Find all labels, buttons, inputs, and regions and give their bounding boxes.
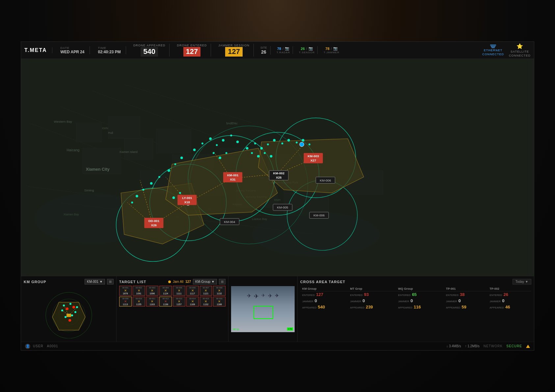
target-item[interactable]: 00-008 ✕ 1132 bbox=[213, 286, 225, 296]
col-mt-group: MT Grop bbox=[348, 286, 396, 291]
svg-rect-8 bbox=[108, 116, 140, 139]
target-item[interactable]: 00-003 ✕ 1096 bbox=[146, 286, 159, 296]
cross-area-table: KM Group MT Grop WQ Group TP-001 TP-002 … bbox=[300, 286, 531, 310]
target-item[interactable]: 00-009 ✕ 1113 bbox=[119, 297, 132, 306]
svg-point-71 bbox=[150, 182, 153, 185]
svg-point-60 bbox=[216, 144, 218, 146]
svg-point-131 bbox=[66, 307, 68, 310]
site-value: 26 bbox=[261, 49, 266, 55]
svg-point-73 bbox=[136, 195, 138, 197]
site-label: SITE bbox=[260, 46, 267, 49]
time-value: 02:40:23 PM bbox=[98, 50, 121, 54]
ethernet-label: ETHERNET bbox=[484, 49, 503, 52]
target-item[interactable]: 00-007 ✕ 1121 bbox=[200, 286, 212, 296]
svg-text:X26: X26 bbox=[151, 223, 157, 227]
svg-text:Liaotuo Bay: Liaotuo Bay bbox=[252, 217, 267, 221]
target-item[interactable]: 00-011 ✕ 1163 bbox=[146, 297, 159, 306]
target-item[interactable]: 00-002 ✕ 1091 bbox=[133, 286, 145, 296]
today-dropdown[interactable]: Today ▼ bbox=[513, 279, 531, 284]
col-km-group: KM Group bbox=[300, 286, 348, 291]
bottom-panels: KM GROUP KM-001 ▼ ⊞ bbox=[21, 276, 534, 342]
svg-text:KM-003: KM-003 bbox=[307, 154, 319, 158]
target-item[interactable]: 00-015 ✕ 1132 bbox=[200, 297, 212, 306]
svg-text:DD-001: DD-001 bbox=[148, 219, 160, 223]
tp1-appeared: 59 bbox=[462, 305, 466, 309]
svg-point-64 bbox=[213, 152, 215, 154]
jammer-session-stat: JAMMER SESSION 127 bbox=[214, 44, 254, 56]
svg-point-84 bbox=[308, 143, 310, 145]
video-label: X78 bbox=[287, 328, 293, 331]
svg-text:KM-002: KM-002 bbox=[273, 171, 284, 175]
svg-point-63 bbox=[236, 140, 239, 143]
km-group-expand-btn[interactable]: ⊞ bbox=[107, 279, 114, 284]
svg-text:Haicang: Haicang bbox=[66, 148, 79, 152]
wq-jammer: 0 bbox=[410, 298, 413, 303]
km-group-filter-dropdown[interactable]: KM-Group ▼ bbox=[193, 279, 217, 284]
target-item[interactable]: 00-012 ✕ 1138 bbox=[159, 297, 172, 306]
svg-text:Huli: Huli bbox=[108, 131, 113, 135]
site-section: SITE 26 bbox=[257, 46, 271, 55]
time-section: TIME 02:40:23 PM bbox=[93, 46, 126, 54]
tp1-entered: 38 bbox=[460, 292, 464, 297]
target-item[interactable]: 00-014 ✕ 1169 bbox=[186, 297, 199, 306]
svg-point-78 bbox=[267, 143, 269, 145]
svg-text:KNH: KNH bbox=[274, 198, 280, 202]
svg-point-80 bbox=[281, 142, 283, 144]
svg-text:Western Bay: Western Bay bbox=[54, 120, 72, 123]
svg-point-67 bbox=[180, 157, 183, 159]
date-time-section: DATE WED APR 24 bbox=[56, 46, 90, 54]
video-display: ✈ ✈ ✈ ✈ ✈ X78 NF/16 bbox=[231, 286, 295, 332]
drone-appeared-label: DRONE APPEARED bbox=[133, 44, 166, 47]
tp2-appeared: 46 bbox=[505, 305, 510, 309]
col-tp001: TP-001 bbox=[444, 286, 488, 291]
target-item[interactable]: 00-006 ✕ 1117 bbox=[186, 286, 199, 296]
target-list-panel: TARGET LIST Jam All 127 KM-Group ▼ ⊞ 00-… bbox=[117, 276, 228, 342]
jammer-session-value: 127 bbox=[225, 47, 243, 56]
wq-entered: 65 bbox=[412, 292, 416, 297]
km-group-dropdown[interactable]: KM-001 ▼ bbox=[85, 279, 105, 284]
video-drones: ✈ ✈ ✈ ✈ ✈ bbox=[231, 293, 295, 300]
wq-appeared: 116 bbox=[414, 305, 421, 309]
satellite-item: ⭐ SATELLITE CONNECTED bbox=[509, 43, 531, 57]
target-item[interactable]: 00-004 ✕ 1124 bbox=[159, 286, 172, 296]
svg-text:KM-005: KM-005 bbox=[277, 206, 288, 209]
time-label: TIME bbox=[98, 46, 121, 50]
ethernet-status: CONNECTED bbox=[482, 53, 504, 56]
km-appeared: 540 bbox=[318, 305, 325, 309]
svg-text:KM-001: KM-001 bbox=[227, 173, 239, 177]
target-item[interactable]: 00-005 ✕ 1111 bbox=[173, 286, 185, 296]
target-grid: 00-001 ✕ 1878 00-002 ✕ 1091 00-003 ✕ 109… bbox=[119, 286, 225, 306]
target-item[interactable]: 00-016 ✕ 1188 bbox=[213, 297, 225, 306]
svg-point-87 bbox=[264, 152, 266, 154]
km-group-display bbox=[24, 286, 114, 339]
satellite-status: CONNECTED bbox=[509, 54, 531, 57]
svg-point-72 bbox=[142, 189, 144, 191]
target-item[interactable]: 00-001 ✕ 1878 bbox=[119, 286, 132, 296]
download-stat: ↓ 3.4MB/s bbox=[446, 344, 461, 348]
cross-area-header: CROSS AREA TARGET Today ▼ bbox=[300, 279, 531, 284]
map-area[interactable]: Haicang Xiamen City Western Bay Huli Xia… bbox=[21, 59, 534, 276]
svg-point-128 bbox=[74, 311, 76, 313]
svg-point-69 bbox=[168, 169, 170, 172]
warning-triangle-icon bbox=[526, 345, 530, 348]
svg-text:X18: X18 bbox=[184, 200, 190, 204]
ethernet-item: ETHERNET CONNECTED bbox=[482, 45, 504, 56]
svg-text:Xiamen Island: Xiamen Island bbox=[119, 150, 138, 154]
svg-point-22 bbox=[252, 212, 380, 257]
km-group-header: KM GROUP KM-001 ▼ ⊞ bbox=[24, 279, 114, 284]
user-icon: 👤 bbox=[25, 344, 30, 349]
target-item[interactable]: 00-010 ✕ 1155 bbox=[133, 297, 145, 306]
map-svg: Haicang Xiamen City Western Bay Huli Xia… bbox=[21, 59, 534, 276]
svg-text:X31: X31 bbox=[230, 178, 236, 181]
target-list-title: TARGET LIST bbox=[119, 280, 146, 284]
target-list-expand-btn[interactable]: ⊞ bbox=[219, 279, 225, 284]
svg-point-57 bbox=[193, 149, 196, 151]
svg-point-129 bbox=[65, 316, 66, 318]
svg-point-86 bbox=[257, 155, 260, 158]
footer: 👤 USER A0001 ↓ 3.4MB/s ↑ 1.2MB/s NETWORK… bbox=[21, 342, 534, 350]
svg-point-61 bbox=[222, 139, 225, 142]
target-item[interactable]: 00-013 ✕ 1157 bbox=[173, 297, 185, 306]
cross-area-title: CROSS AREA TARGET bbox=[300, 280, 345, 284]
drone-entered-value: 127 bbox=[183, 47, 201, 56]
logo: T.META bbox=[24, 47, 52, 53]
